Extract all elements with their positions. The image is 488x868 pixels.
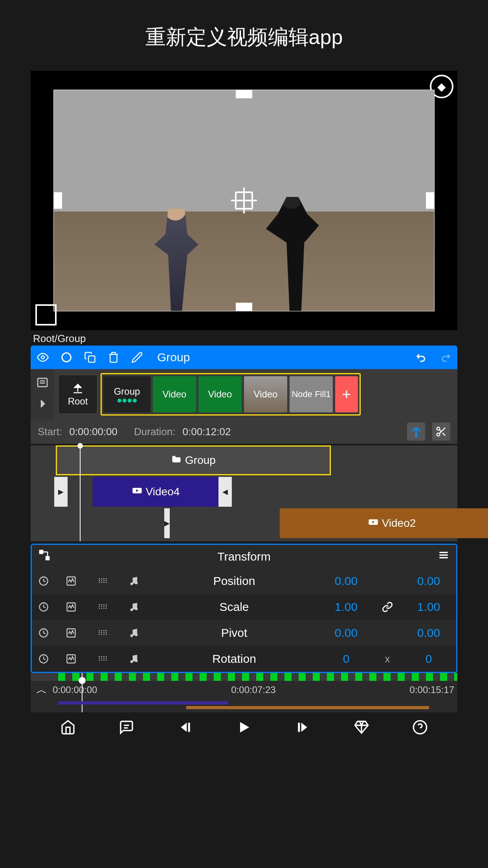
svg-rect-57 [298, 723, 300, 732]
clip-handle-right[interactable]: ◀ [218, 477, 232, 507]
ruler-time-1: 0:00:07:23 [187, 684, 321, 695]
stopwatch-icon[interactable] [32, 594, 55, 620]
wiggle-icon[interactable] [87, 646, 118, 672]
resize-handle-left[interactable] [53, 192, 62, 209]
wiggle-icon[interactable] [87, 568, 118, 594]
curve-icon[interactable] [55, 594, 87, 620]
property-value-b[interactable]: 0.00 [401, 568, 456, 594]
wiggle-icon[interactable] [87, 620, 118, 646]
property-label: Position [150, 568, 319, 594]
property-value-b[interactable]: 0.00 [401, 620, 456, 646]
property-value-a[interactable]: 0.00 [319, 568, 374, 594]
menu-icon[interactable] [437, 549, 450, 564]
circle-icon[interactable] [60, 351, 73, 364]
subject-2 [263, 197, 322, 311]
curve-icon[interactable] [55, 646, 87, 672]
property-value-a[interactable]: 0 [319, 646, 374, 672]
svg-point-36 [130, 609, 133, 611]
scissors-icon[interactable] [432, 423, 450, 441]
stopwatch-icon[interactable] [32, 646, 55, 672]
preview-canvas[interactable] [53, 90, 435, 311]
home-icon[interactable] [60, 719, 76, 737]
trash-icon[interactable] [107, 351, 120, 364]
svg-point-43 [130, 634, 133, 637]
property-value-b[interactable]: 1.00 [401, 594, 456, 620]
property-value-a[interactable]: 1.00 [319, 594, 374, 620]
track-clip-video4[interactable]: Video4 [93, 477, 218, 507]
nodefill-tile-label: Node Fill1 [292, 389, 330, 399]
video-tile-3[interactable]: Video [244, 376, 287, 412]
start-value[interactable]: 0:00:00:00 [69, 426, 117, 438]
fullscreen-icon[interactable] [35, 306, 55, 326]
svg-marker-54 [181, 723, 187, 732]
link-icon[interactable] [374, 594, 401, 620]
svg-point-29 [130, 583, 133, 585]
clip-handle-left[interactable]: ▶ [54, 477, 68, 507]
edit-icon[interactable] [130, 351, 144, 364]
svg-point-37 [135, 607, 138, 610]
spacer [374, 568, 401, 594]
mini-track-1 [58, 701, 228, 704]
undo-icon[interactable] [415, 351, 428, 364]
play-icon[interactable] [236, 719, 252, 737]
pivot-crosshair-icon[interactable] [235, 191, 253, 210]
add-layer-button[interactable]: + [335, 376, 358, 412]
resize-handle-right[interactable] [426, 192, 435, 209]
video-preview[interactable] [31, 71, 457, 330]
video-tile-1-label: Video [163, 389, 187, 400]
svg-rect-18 [46, 557, 49, 560]
svg-point-51 [135, 659, 138, 662]
help-icon[interactable] [407, 423, 425, 441]
group-tile[interactable]: Group [103, 376, 150, 412]
resize-handle-bottom[interactable] [236, 303, 252, 311]
audio-icon[interactable] [118, 646, 150, 672]
wiggle-icon[interactable] [87, 594, 118, 620]
visibility-icon[interactable] [36, 351, 50, 364]
audio-icon[interactable] [118, 594, 150, 620]
track-clip-video2-label: Video2 [382, 517, 416, 530]
svg-line-40 [44, 633, 46, 634]
chevron-up-icon[interactable]: ︿ [31, 682, 53, 697]
video-tile-2-label: Video [208, 389, 232, 400]
video-tile-1[interactable]: Video [153, 376, 196, 412]
ruler-markers [31, 673, 457, 681]
redo-icon[interactable] [438, 351, 452, 364]
timeline-tracks[interactable]: Group ▶ Video4 ◀ ▶ Video2 ◀ [31, 445, 457, 541]
step-forward-icon[interactable] [295, 719, 310, 737]
clip-handle-left-2[interactable]: ▶ [164, 508, 170, 538]
svg-marker-58 [301, 723, 307, 732]
ruler-time-2: 0:00:15:17 [320, 684, 454, 695]
stopwatch-icon[interactable] [32, 620, 55, 646]
svg-point-9 [437, 433, 440, 436]
root-tile[interactable]: Root [58, 375, 97, 414]
track-clip-group[interactable]: Group [56, 445, 331, 475]
curve-icon[interactable] [55, 568, 87, 594]
nodefill-tile[interactable]: Node Fill1 [290, 376, 333, 412]
audio-icon[interactable] [118, 620, 150, 646]
chevron-right-icon[interactable] [36, 397, 49, 412]
app-frame: Root/Group Group [31, 71, 457, 744]
list-icon[interactable] [36, 376, 49, 390]
video-tile-2[interactable]: Video [198, 376, 242, 412]
step-back-icon[interactable] [178, 719, 193, 737]
timeline-ruler[interactable]: ︿ 0:00:00:00 0:00:07:23 0:00:15:17 [31, 673, 457, 712]
help-circle-icon[interactable] [412, 719, 428, 737]
property-value-a[interactable]: 0.00 [319, 620, 374, 646]
property-value-b[interactable]: 0 [401, 646, 456, 672]
curve-icon[interactable] [55, 620, 87, 646]
duration-value[interactable]: 0:00:12:02 [183, 426, 231, 438]
track-clip-video2[interactable]: Video2 [280, 508, 488, 538]
property-label: Pivot [150, 620, 319, 646]
diamond-icon[interactable] [354, 719, 369, 737]
svg-point-1 [62, 353, 71, 362]
svg-line-33 [44, 607, 46, 608]
comment-icon[interactable] [119, 719, 134, 737]
svg-point-8 [437, 427, 440, 430]
audio-icon[interactable] [118, 568, 150, 594]
resize-handle-top[interactable] [236, 90, 252, 98]
svg-point-44 [135, 633, 138, 636]
stopwatch-icon[interactable] [32, 568, 55, 594]
copy-icon[interactable] [83, 351, 97, 364]
transform-node-icon[interactable] [38, 549, 51, 564]
spacer [374, 620, 401, 646]
